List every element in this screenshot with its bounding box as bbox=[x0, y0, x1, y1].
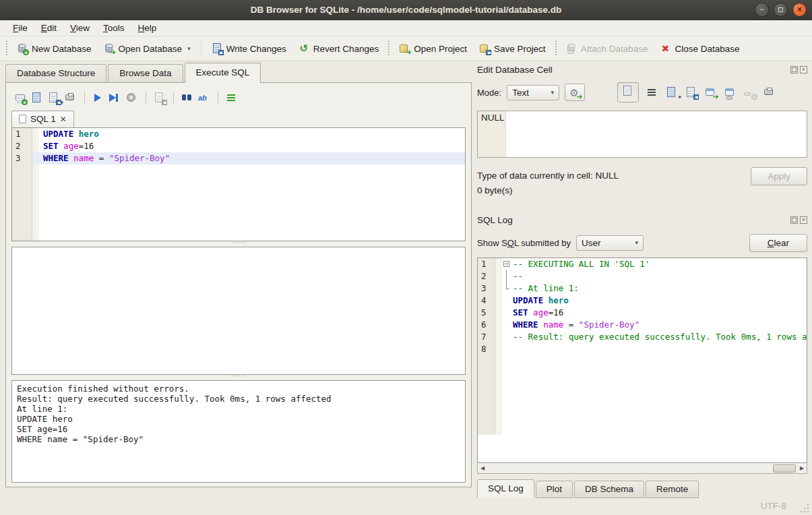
sql-log-view[interactable]: 1−-- EXECUTING ALL IN 'SQL 1' 2-- 3-- At… bbox=[477, 258, 807, 463]
edit-cell-title: Edit Database Cell bbox=[477, 65, 553, 75]
mode-label: Mode: bbox=[477, 88, 501, 98]
edit-cell-header: Edit Database Cell × bbox=[477, 63, 807, 76]
window-title: DB Browser for SQLite - /home/user/code/… bbox=[251, 5, 561, 15]
float-panel-icon[interactable] bbox=[790, 66, 798, 73]
open-external-icon[interactable]: ➜ bbox=[705, 87, 717, 98]
results-log-splitter[interactable] bbox=[11, 375, 466, 380]
main-toolbar: + New Database ➜ Open Database ▾ Write C… bbox=[0, 36, 812, 61]
new-tab-icon[interactable]: + bbox=[14, 92, 26, 104]
titlebar: DB Browser for SQLite - /home/user/code/… bbox=[0, 0, 812, 20]
print-icon[interactable] bbox=[65, 92, 77, 104]
database-new-icon: + bbox=[17, 43, 28, 54]
open-sql-file-icon[interactable] bbox=[31, 92, 43, 104]
open-project-button[interactable]: ➜ Open Project bbox=[393, 40, 473, 57]
submitted-by-select[interactable]: User ▾ bbox=[576, 235, 644, 251]
sql-log-header: SQL Log × bbox=[477, 213, 807, 226]
execute-current-line-icon[interactable] bbox=[109, 92, 121, 104]
menu-tools[interactable]: Tools bbox=[97, 22, 131, 34]
float-panel-icon[interactable] bbox=[790, 216, 798, 224]
text-mode-icon bbox=[622, 86, 634, 97]
execute-all-icon[interactable] bbox=[92, 92, 104, 104]
new-database-button[interactable]: + New Database bbox=[11, 40, 98, 57]
import-file-icon[interactable]: ▾ bbox=[666, 87, 678, 98]
write-changes-button[interactable]: Write Changes bbox=[206, 40, 292, 57]
encoding-indicator[interactable]: UTF-8 bbox=[761, 501, 786, 511]
chevron-down-icon: ▾ bbox=[187, 45, 191, 52]
horizontal-scrollbar[interactable]: ◀ ▶ bbox=[477, 463, 807, 474]
close-panel-icon[interactable]: × bbox=[800, 66, 807, 73]
open-database-button[interactable]: ➜ Open Database ▾ bbox=[98, 40, 197, 57]
export-file-icon[interactable] bbox=[685, 87, 697, 98]
auto-apply-gear-icon: ⚙➜ bbox=[569, 87, 580, 98]
tab-database-structure[interactable]: Database Structure bbox=[5, 64, 106, 83]
sql-document-tab[interactable]: SQL 1 ✕ bbox=[11, 111, 74, 127]
main-area: Database Structure Browse Data Execute S… bbox=[5, 64, 472, 494]
open-project-icon: ➜ bbox=[399, 43, 410, 54]
close-database-icon: ✖ bbox=[660, 43, 670, 54]
copy-link-icon[interactable] bbox=[724, 87, 737, 98]
autocomplete-icon[interactable]: ab bbox=[198, 92, 210, 104]
sql-toolbar: + ▾ ✕ ab bbox=[11, 87, 466, 109]
clear-button[interactable]: Clear bbox=[749, 234, 807, 252]
menu-edit[interactable]: Edit bbox=[35, 22, 63, 34]
cell-edit-icons: ▾ ➜ − bbox=[617, 82, 776, 102]
cell-type-info: Type of data currently in cell: NULL bbox=[477, 169, 751, 183]
tab-execute-sql[interactable]: Execute SQL bbox=[185, 63, 261, 83]
menu-view[interactable]: View bbox=[64, 22, 96, 34]
close-icon[interactable]: × bbox=[792, 3, 807, 17]
text-mode-button[interactable] bbox=[617, 82, 639, 102]
sql-tab-bar: SQL 1 ✕ bbox=[11, 109, 466, 127]
scrollbar-thumb[interactable] bbox=[773, 464, 796, 473]
menu-file[interactable]: File bbox=[7, 22, 34, 34]
print-icon[interactable] bbox=[763, 87, 776, 98]
close-tab-icon[interactable]: ✕ bbox=[60, 115, 67, 124]
tab-sql-log[interactable]: SQL Log bbox=[477, 479, 534, 498]
execution-message-area[interactable]: Execution finished without errors. Resul… bbox=[11, 380, 466, 483]
window-controls: − × bbox=[755, 3, 807, 17]
cell-mode-row: Mode: Text ▾ ⚙➜ ▾ ➜ − bbox=[477, 83, 807, 102]
editor-results-splitter[interactable] bbox=[11, 241, 466, 247]
save-project-button[interactable]: Save Project bbox=[473, 40, 552, 57]
tab-browse-data[interactable]: Browse Data bbox=[108, 64, 183, 83]
resize-grip-icon[interactable] bbox=[801, 504, 809, 512]
main-tab-bar: Database Structure Browse Data Execute S… bbox=[5, 64, 472, 83]
cell-size-info: 0 byte(s) bbox=[477, 183, 751, 198]
close-database-button[interactable]: ✖ Close Database bbox=[654, 40, 745, 57]
dock-area: Edit Database Cell × Mode: Text ▾ ⚙➜ ▾ ➜… bbox=[477, 63, 807, 495]
cell-value-editor[interactable]: NULL bbox=[477, 111, 807, 158]
mode-select[interactable]: Text ▾ bbox=[507, 85, 559, 100]
statusbar: UTF-8 bbox=[0, 496, 812, 515]
sql-log-filter-row: Show SQL submitted by User ▾ Clear bbox=[477, 233, 807, 253]
maximize-icon[interactable] bbox=[774, 3, 788, 17]
results-grid[interactable] bbox=[11, 247, 466, 375]
apply-button[interactable]: Apply bbox=[751, 167, 807, 185]
revert-changes-button[interactable]: ↺ Revert Changes bbox=[292, 40, 385, 57]
toolbar-drag-handle[interactable] bbox=[5, 40, 9, 57]
execute-sql-panel: + ▾ ✕ ab SQL 1 ✕ 1 UP bbox=[5, 82, 472, 487]
fold-marker-icon[interactable]: − bbox=[502, 258, 511, 270]
scroll-left-icon[interactable]: ◀ bbox=[478, 464, 487, 473]
close-panel-icon[interactable]: × bbox=[800, 216, 807, 224]
editor-line-current: 3 WHERE name = "Spider-Boy" bbox=[12, 152, 465, 164]
auto-apply-button[interactable]: ⚙➜ bbox=[565, 84, 585, 101]
save-sql-file-icon[interactable]: ▾ bbox=[48, 92, 60, 104]
word-wrap-icon[interactable] bbox=[646, 87, 658, 98]
database-open-icon: ➜ bbox=[104, 43, 115, 54]
format-sql-icon[interactable] bbox=[226, 92, 238, 104]
chevron-down-icon: ▾ bbox=[635, 239, 638, 246]
document-icon bbox=[19, 115, 26, 123]
scroll-right-icon[interactable]: ▶ bbox=[797, 464, 807, 473]
set-null-icon[interactable]: − bbox=[744, 87, 756, 98]
save-results-icon[interactable] bbox=[154, 92, 166, 104]
attach-database-icon bbox=[566, 43, 577, 54]
attach-database-button[interactable]: Attach Database bbox=[560, 40, 654, 57]
minimize-icon[interactable]: − bbox=[755, 3, 769, 17]
stop-icon[interactable]: ✕ bbox=[126, 92, 138, 104]
find-replace-icon[interactable] bbox=[181, 92, 193, 104]
cell-type-row: Type of data currently in cell: NULL 0 b… bbox=[477, 169, 807, 198]
menu-help[interactable]: Help bbox=[132, 22, 163, 34]
filter-label: Show SQL submitted by bbox=[477, 238, 571, 248]
revert-changes-icon: ↺ bbox=[299, 43, 309, 54]
sql-editor[interactable]: 1 UPDATE hero 2 SET age=16 3 WHERE name … bbox=[11, 127, 466, 241]
cell-null-label: NULL bbox=[478, 111, 506, 157]
